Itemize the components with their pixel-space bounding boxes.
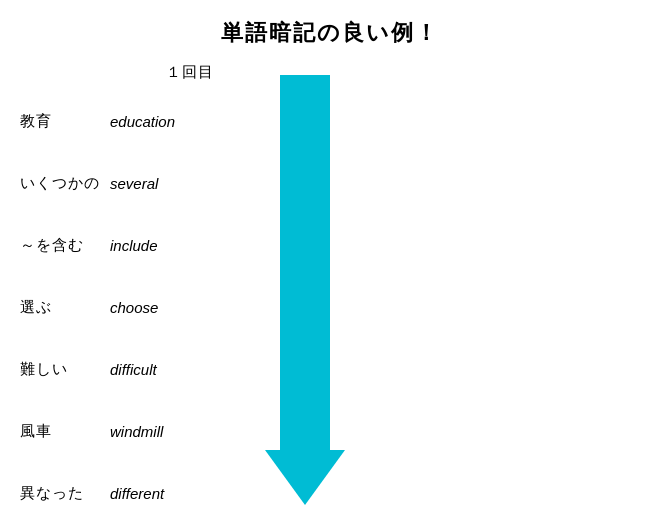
english-word: several <box>110 175 230 192</box>
arrow-head <box>265 450 345 505</box>
vocab-row: ～を含むinclude <box>20 214 280 276</box>
english-word: choose <box>110 299 230 316</box>
japanese-word: 教育 <box>20 112 110 131</box>
progress-arrow <box>265 75 345 505</box>
vocab-table: １回目 教育educationいくつかのseveral～を含むinclude選ぶ… <box>20 63 280 524</box>
round-label: １回目 <box>20 63 280 82</box>
japanese-word: 風車 <box>20 422 110 441</box>
english-word: education <box>110 113 230 130</box>
japanese-word: いくつかの <box>20 174 110 193</box>
vocab-row: 選ぶchoose <box>20 276 280 338</box>
english-word: different <box>110 485 230 502</box>
japanese-word: 異なった <box>20 484 110 503</box>
vocab-row: いくつかのseveral <box>20 152 280 214</box>
japanese-word: 難しい <box>20 360 110 379</box>
page-title: 単語暗記の良い例！ <box>0 0 660 58</box>
vocab-row: 難しいdifficult <box>20 338 280 400</box>
arrow-shaft <box>280 75 330 450</box>
english-word: windmill <box>110 423 230 440</box>
japanese-word: ～を含む <box>20 236 110 255</box>
english-word: include <box>110 237 230 254</box>
vocab-row: 風車windmill <box>20 400 280 462</box>
vocab-row: 教育education <box>20 90 280 152</box>
japanese-word: 選ぶ <box>20 298 110 317</box>
vocab-row: 異なったdifferent <box>20 462 280 524</box>
english-word: difficult <box>110 361 230 378</box>
